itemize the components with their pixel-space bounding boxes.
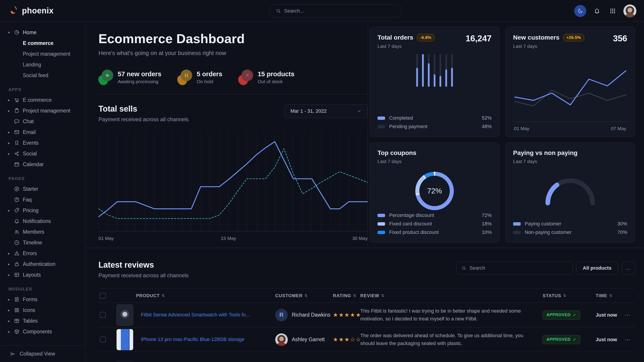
sidebar-item-components[interactable]: ▸Components xyxy=(0,326,85,337)
sidebar-section-label: PAGES xyxy=(8,176,85,182)
caret-icon: ▾ xyxy=(8,30,14,35)
search-input[interactable] xyxy=(284,8,396,14)
star-icon: ★ xyxy=(98,69,113,85)
collapse-label: Collapsed View xyxy=(20,351,55,357)
stats-row: ★57 new ordersAwating processing5 orders… xyxy=(98,69,368,85)
reviews-search-input[interactable] xyxy=(470,265,568,271)
status-badge: APPROVED ✓ xyxy=(543,335,580,344)
sidebar-item-home[interactable]: ▾Home xyxy=(0,27,85,38)
time-cell: Just now xyxy=(596,312,620,318)
sidebar-item-pricing[interactable]: ▸Pricing xyxy=(0,205,85,216)
new-customers-badge: +26.5% xyxy=(563,34,584,41)
caret-icon: ▸ xyxy=(8,273,14,277)
app-logo[interactable]: phoenix xyxy=(0,5,54,16)
row-checkbox[interactable] xyxy=(100,312,106,318)
caret-icon: ▸ xyxy=(8,330,14,334)
warning-icon xyxy=(14,250,23,256)
collapse-sidebar-button[interactable]: Collapsed View xyxy=(0,346,85,362)
sidebar-item-events[interactable]: ▸Events xyxy=(0,137,85,148)
global-search[interactable] xyxy=(270,4,402,17)
legend-row: Fixed product discount10% xyxy=(378,228,492,237)
top-navbar: phoenix xyxy=(0,0,644,22)
caret-icon: ▸ xyxy=(8,98,14,102)
caret-icon: ▸ xyxy=(8,297,14,302)
logo-text: phoenix xyxy=(22,6,54,15)
sidebar-item-tables[interactable]: ▸Tables xyxy=(0,316,85,326)
layout-icon xyxy=(14,272,23,278)
sidebar-item-authentication[interactable]: ▸Authentication xyxy=(0,259,85,269)
column-header-customer[interactable]: CUSTOMER⇅ xyxy=(275,293,333,298)
apps-menu-button[interactable] xyxy=(608,6,618,16)
sidebar-subitem-project-management[interactable]: Project management xyxy=(0,48,85,59)
column-header-review[interactable]: REVIEW⇅ xyxy=(360,293,543,298)
stat-item: ✕15 productsOut of stock xyxy=(238,69,294,85)
select-all-checkbox[interactable] xyxy=(100,293,106,299)
review-text: This Fitbit is fantastic! I was trying t… xyxy=(360,307,543,323)
product-thumbnail[interactable] xyxy=(116,304,133,326)
sidebar-section-label: APPS xyxy=(8,86,85,93)
paying-gauge-chart xyxy=(513,175,627,206)
sidebar-item-calendar[interactable]: Calendar xyxy=(0,159,85,170)
sidebar-item-icons[interactable]: ▸Icons xyxy=(0,305,85,316)
row-more-button[interactable]: ⋯ xyxy=(620,312,635,318)
sidebar-subitem-e-commerce[interactable]: E commerce xyxy=(0,38,85,48)
sidebar-subitem-landing[interactable]: Landing xyxy=(0,59,85,70)
theme-toggle-button[interactable] xyxy=(574,5,586,17)
mail-icon xyxy=(14,129,23,135)
column-header-status[interactable]: STATUS⇅ xyxy=(543,293,596,298)
paying-card: Paying vs non paying Last 7 days Paying … xyxy=(505,142,635,243)
sidebar-item-timeline[interactable]: Timeline xyxy=(0,237,85,248)
product-link[interactable]: iPhone 13 pro max-Pacific Blue-128GB sto… xyxy=(141,336,275,343)
clock-icon xyxy=(14,240,23,246)
total-sells-subtitle: Payment received across all channels xyxy=(98,116,189,122)
sidebar-item-forms[interactable]: ▸Forms xyxy=(0,294,85,305)
row-checkbox[interactable] xyxy=(100,337,106,343)
sidebar-item-layouts[interactable]: ▸Layouts xyxy=(0,269,85,280)
legend-row: Completed52% xyxy=(378,114,492,122)
caret-icon: ▸ xyxy=(8,130,14,134)
sidebar-item-social[interactable]: ▸Social xyxy=(0,148,85,159)
sidebar-item-project-management[interactable]: ▸Project management xyxy=(0,105,85,116)
product-link[interactable]: Fitbit Sense Advanced Smartwatch with To… xyxy=(141,312,275,318)
sidebar-item-chat[interactable]: Chat xyxy=(0,116,85,127)
user-avatar[interactable] xyxy=(624,4,636,17)
sidebar-item-errors[interactable]: ▸Errors xyxy=(0,248,85,259)
table-row: Fitbit Sense Advanced Smartwatch with To… xyxy=(98,303,635,327)
paying-legend: Paying customer30%Non-paying customer70% xyxy=(513,220,627,237)
notifications-button[interactable] xyxy=(592,6,602,16)
sidebar-item-email[interactable]: ▸Email xyxy=(0,127,85,137)
reviews-more-button[interactable]: ... xyxy=(622,262,635,275)
sidebar-subitem-social-feed[interactable]: Social feed xyxy=(0,70,85,81)
total-orders-legend: Completed52%Pending payment48% xyxy=(378,114,492,131)
sidebar-item-e-commerce[interactable]: ▸E commerce xyxy=(0,95,85,105)
all-products-button[interactable]: All products xyxy=(576,262,618,275)
compass-icon xyxy=(14,186,23,192)
total-sells-chart xyxy=(98,131,368,233)
sidebar-item-members[interactable]: Members xyxy=(0,227,85,237)
product-thumbnail[interactable] xyxy=(116,329,133,350)
column-header-product[interactable]: PRODUCT⇅ xyxy=(116,293,275,298)
tag-icon xyxy=(14,208,23,213)
sidebar-item-starter[interactable]: Starter xyxy=(0,184,85,194)
reviews-search[interactable] xyxy=(456,262,572,275)
table-row: iPhone 13 pro max-Pacific Blue-128GB sto… xyxy=(98,327,635,352)
avatar xyxy=(275,333,288,346)
reviews-title: Latest reviews xyxy=(98,260,189,270)
review-text: The order was delivered ahead of schedul… xyxy=(360,332,543,347)
caret-icon: ▸ xyxy=(8,262,14,266)
column-header-time[interactable]: TIME⇅ xyxy=(596,293,620,298)
legend-row: Pending payment48% xyxy=(378,122,492,131)
caret-icon: ▸ xyxy=(8,152,14,156)
grid-dots-icon xyxy=(610,8,616,14)
sidebar-item-faq[interactable]: Faq xyxy=(0,194,85,205)
form-icon xyxy=(14,297,23,302)
column-header-rating[interactable]: RATING⇅ xyxy=(333,293,360,298)
sidebar-item-notifications[interactable]: Notifications xyxy=(0,216,85,227)
row-more-button[interactable]: ⋯ xyxy=(620,337,635,343)
section-divider xyxy=(85,248,644,248)
top-coupons-card: Top coupons Last 7 days 72% Percentage d… xyxy=(370,142,500,243)
date-range-select[interactable]: Mar 1 - 31, 2022 xyxy=(284,104,368,118)
top-coupons-donut-chart: 72% xyxy=(415,172,454,210)
sidebar-section-label: MODULES xyxy=(8,286,85,292)
caret-icon: ▸ xyxy=(8,251,14,256)
